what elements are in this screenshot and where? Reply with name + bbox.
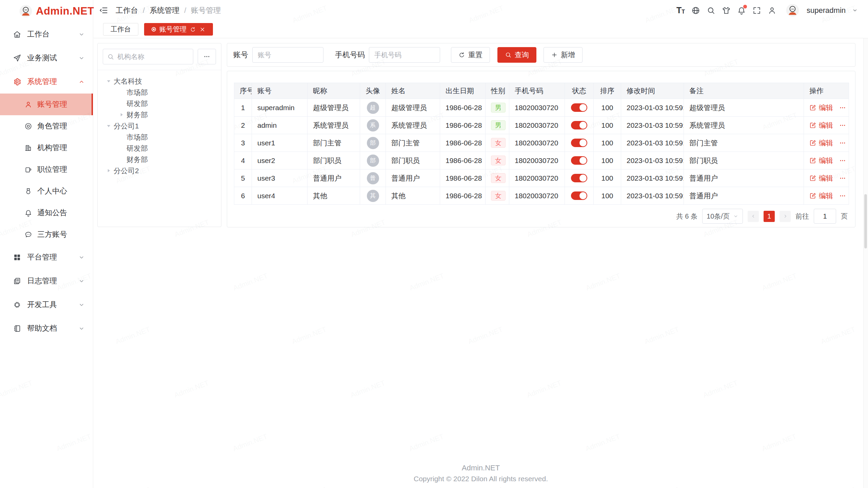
tree-node[interactable]: 研发部 <box>100 98 218 109</box>
edit-button[interactable]: 编辑 <box>819 174 833 183</box>
row-index: 5 <box>234 169 252 187</box>
sidebar-item-role-mgmt[interactable]: 角色管理 <box>0 115 93 137</box>
edit-button[interactable]: 编辑 <box>819 121 833 130</box>
tree-node[interactable]: 财务部 <box>100 109 218 120</box>
org-search-input[interactable] <box>117 53 189 61</box>
notification-bell-icon[interactable] <box>737 6 746 15</box>
birthdate-cell: 1986-06-28 <box>440 152 486 169</box>
sidebar-item-account-mgmt[interactable]: 账号管理 <box>0 94 93 115</box>
edit-button[interactable]: 编辑 <box>819 191 833 201</box>
sidebar-item-notice[interactable]: 通知公告 <box>0 202 93 224</box>
accounts-table: 序号账号昵称头像姓名出生日期性别手机号码状态排序修改时间备注操作 1supera… <box>234 83 849 205</box>
phone-cell: 18020030720 <box>509 169 565 187</box>
column-header: 操作 <box>804 83 849 99</box>
edit-button[interactable]: 编辑 <box>819 103 833 113</box>
phone-cell: 18020030720 <box>509 99 565 117</box>
sidebar-item-dev-tools[interactable]: 开发工具 <box>0 293 93 317</box>
more-actions-icon[interactable] <box>839 157 846 164</box>
tree-node[interactable]: 分公司1 <box>100 120 218 131</box>
modified-time-cell: 2023-01-03 10:59:44 <box>621 152 684 169</box>
menu-fold-icon[interactable] <box>99 6 108 15</box>
tab-account-mgmt[interactable]: 账号管理 <box>144 23 213 36</box>
topbar-actions: TTsuperadmin <box>676 3 858 17</box>
column-header: 昵称 <box>308 83 360 99</box>
add-button[interactable]: 新增 <box>544 47 583 63</box>
sidebar-item-system-mgmt[interactable]: 系统管理 <box>0 70 93 94</box>
edit-icon <box>809 140 816 146</box>
tree-node[interactable]: 财务部 <box>100 154 218 165</box>
caret-right-icon[interactable] <box>118 111 125 118</box>
caret-down-icon[interactable] <box>105 122 112 129</box>
profile-icon[interactable] <box>768 6 776 15</box>
status-toggle[interactable] <box>571 174 587 182</box>
birthdate-cell: 1986-06-28 <box>440 99 486 117</box>
sort-cell: 100 <box>594 99 621 117</box>
status-toggle[interactable] <box>571 191 587 200</box>
more-actions-icon[interactable] <box>839 192 846 199</box>
account-input[interactable] <box>252 47 323 63</box>
username[interactable]: superadmin <box>807 6 846 15</box>
tree-node[interactable]: 市场部 <box>100 131 218 143</box>
caret-right-icon[interactable] <box>105 167 112 174</box>
gender-badge: 男 <box>491 120 506 130</box>
fullscreen-icon[interactable] <box>752 6 761 15</box>
scrollbar-thumb[interactable] <box>864 194 867 248</box>
query-button[interactable]: 查询 <box>497 47 536 63</box>
goto-page-input[interactable] <box>814 209 836 224</box>
gender-cell: 男 <box>486 117 509 134</box>
more-actions-icon[interactable] <box>839 122 846 129</box>
edit-button[interactable]: 编辑 <box>819 138 833 148</box>
sidebar-item-label: 机构管理 <box>37 143 67 153</box>
sidebar-item-help-docs[interactable]: 帮助文档 <box>0 317 93 340</box>
tab-refresh-icon[interactable] <box>190 26 196 33</box>
gender-badge: 女 <box>491 191 506 201</box>
breadcrumb-item[interactable]: 系统管理 <box>150 5 179 16</box>
language-icon[interactable] <box>691 6 700 15</box>
column-header: 排序 <box>594 83 621 99</box>
status-toggle[interactable] <box>571 121 587 129</box>
account-cell: user2 <box>252 152 308 169</box>
search-icon[interactable] <box>707 6 715 15</box>
theme-icon[interactable] <box>722 6 731 15</box>
tree-node[interactable]: 分公司2 <box>100 165 218 176</box>
more-actions-icon[interactable] <box>839 104 846 111</box>
org-more-button[interactable] <box>198 49 216 64</box>
status-cell <box>565 117 594 134</box>
tree-node[interactable]: 研发部 <box>100 143 218 154</box>
breadcrumb-item[interactable]: 工作台 <box>116 5 138 16</box>
row-actions: 编辑 <box>809 121 843 130</box>
sidebar-item-position-mgmt[interactable]: 职位管理 <box>0 159 93 180</box>
edit-icon <box>809 157 816 164</box>
sidebar-item-platform-mgmt[interactable]: 平台管理 <box>0 245 93 269</box>
sidebar-item-org-mgmt[interactable]: 机构管理 <box>0 137 93 159</box>
more-actions-icon[interactable] <box>839 140 846 146</box>
status-toggle[interactable] <box>571 139 587 147</box>
more-actions-icon[interactable] <box>839 175 846 182</box>
sidebar-item-log-mgmt[interactable]: 日志管理 <box>0 269 93 293</box>
next-page-button[interactable] <box>780 211 791 222</box>
op-cell: 编辑 <box>804 134 849 152</box>
page-number-1[interactable]: 1 <box>764 211 775 222</box>
tab-close-icon[interactable] <box>199 26 205 33</box>
sidebar-item-label: 开发工具 <box>27 300 57 310</box>
status-toggle[interactable] <box>571 103 587 112</box>
font-size-icon[interactable]: TT <box>676 6 685 15</box>
remark-cell: 部门职员 <box>684 152 804 169</box>
sidebar-item-business-test[interactable]: 业务测试 <box>0 46 93 70</box>
tab-workbench[interactable]: 工作台 <box>103 23 138 36</box>
tree-node[interactable]: 大名科技 <box>100 76 218 87</box>
edit-button[interactable]: 编辑 <box>819 156 833 165</box>
page-size-select[interactable]: 10条/页 <box>702 209 743 224</box>
prev-page-button[interactable] <box>748 211 759 222</box>
caret-down-icon[interactable] <box>105 78 112 85</box>
sidebar-item-profile-center[interactable]: 个人中心 <box>0 180 93 202</box>
status-toggle[interactable] <box>571 156 587 165</box>
reset-button[interactable]: 重置 <box>451 47 490 63</box>
phone-label: 手机号码 <box>335 50 365 60</box>
scrollbar-track[interactable] <box>863 38 868 488</box>
sidebar-item-third-party-account[interactable]: 三方账号 <box>0 224 93 245</box>
sidebar-item-workbench[interactable]: 工作台 <box>0 22 93 46</box>
phone-input[interactable] <box>369 47 440 63</box>
tree-node[interactable]: 市场部 <box>100 87 218 98</box>
nickname-cell: 超级管理员 <box>308 99 360 117</box>
